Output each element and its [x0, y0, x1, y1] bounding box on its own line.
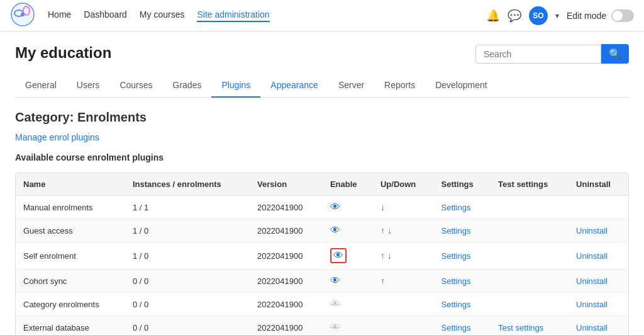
- edit-mode-label: Edit mode: [567, 11, 606, 21]
- nav-dashboard[interactable]: Dashboard: [84, 9, 127, 22]
- chat-icon[interactable]: 💬: [508, 9, 521, 23]
- cell-instances: 1 / 1: [125, 196, 250, 219]
- tab-appearance[interactable]: Appearance: [260, 74, 328, 98]
- uninstall-link[interactable]: Uninstall: [576, 300, 608, 309]
- main-content: My education 🔍 General Users Courses Gra…: [0, 31, 644, 335]
- cell-updown: [373, 316, 434, 336]
- table-row: External database0 / 02022041900👁Setting…: [16, 316, 628, 336]
- settings-link[interactable]: Settings: [441, 300, 471, 309]
- cell-uninstall: Uninstall: [569, 270, 628, 293]
- cell-enable: 👁: [323, 219, 373, 242]
- tab-plugins[interactable]: Plugins: [211, 74, 260, 98]
- tab-development[interactable]: Development: [425, 74, 497, 98]
- cell-test-settings: [491, 242, 569, 270]
- cell-uninstall: Uninstall: [569, 242, 628, 270]
- cell-test-settings: [491, 219, 569, 242]
- col-settings: Settings: [434, 173, 491, 196]
- table-header-row: Name Instances / enrolments Version Enab…: [16, 173, 628, 196]
- cell-instances: 1 / 0: [125, 219, 250, 242]
- cell-test-settings: [491, 196, 569, 219]
- user-dropdown-arrow[interactable]: ▾: [555, 11, 559, 20]
- page-title: My education: [15, 44, 111, 62]
- tab-general[interactable]: General: [15, 74, 67, 98]
- nav-mycourses[interactable]: My courses: [140, 9, 185, 22]
- cell-name: Cohort sync: [16, 270, 125, 293]
- cell-updown: ↑↓: [373, 219, 434, 242]
- cell-version: 2022041900: [250, 242, 323, 270]
- page-header: My education 🔍: [15, 44, 629, 64]
- search-input[interactable]: [475, 45, 601, 64]
- down-arrow-icon[interactable]: ↓: [380, 202, 385, 212]
- manage-enrol-link[interactable]: Manage enrol plugins: [15, 132, 99, 142]
- settings-link[interactable]: Settings: [441, 323, 471, 332]
- enable-eye-icon[interactable]: 👁: [330, 225, 340, 236]
- up-arrow-icon[interactable]: ↑: [380, 225, 385, 236]
- cell-version: 2022041900: [250, 196, 323, 219]
- cell-version: 2022041900: [250, 219, 323, 242]
- cell-uninstall: [569, 196, 628, 219]
- svg-point-3: [21, 13, 25, 16]
- down-arrow-icon[interactable]: ↓: [387, 251, 392, 261]
- category-title: Category: Enrolments: [15, 110, 629, 125]
- edit-mode-toggle[interactable]: [611, 9, 634, 22]
- plugins-table-wrapper: Name Instances / enrolments Version Enab…: [15, 173, 629, 335]
- cell-name: Self enrolment: [16, 242, 125, 270]
- cell-updown: ↑: [373, 270, 434, 293]
- settings-link[interactable]: Settings: [441, 203, 471, 212]
- tab-server[interactable]: Server: [328, 74, 374, 98]
- nav-right: 🔔 💬 SO ▾ Edit mode: [486, 6, 634, 25]
- tab-courses[interactable]: Courses: [109, 74, 162, 98]
- logo: [10, 2, 48, 29]
- cell-version: 2022041900: [250, 316, 323, 336]
- enable-eye-icon[interactable]: 👁: [330, 202, 340, 212]
- cell-settings: Settings: [434, 242, 491, 270]
- enable-eye-icon[interactable]: 👁: [330, 275, 340, 286]
- settings-link[interactable]: Settings: [441, 276, 471, 286]
- table-row: Manual enrolments1 / 12022041900👁↓Settin…: [16, 196, 628, 219]
- cell-uninstall: Uninstall: [569, 219, 628, 242]
- enable-eye-off-icon[interactable]: 👁: [330, 298, 340, 309]
- cell-instances: 0 / 0: [125, 293, 250, 316]
- settings-link[interactable]: Settings: [441, 251, 471, 261]
- bell-icon[interactable]: 🔔: [486, 9, 500, 23]
- cell-instances: 1 / 0: [125, 242, 250, 270]
- down-arrow-icon[interactable]: ↓: [387, 225, 392, 236]
- uninstall-link[interactable]: Uninstall: [576, 323, 608, 332]
- cell-settings: Settings: [434, 196, 491, 219]
- settings-link[interactable]: Settings: [441, 226, 471, 236]
- top-nav: Home Dashboard My courses Site administr…: [0, 0, 644, 31]
- tab-reports[interactable]: Reports: [374, 74, 425, 98]
- uninstall-link[interactable]: Uninstall: [576, 226, 608, 236]
- nav-siteadmin[interactable]: Site administration: [197, 9, 269, 22]
- cell-updown: [373, 293, 434, 316]
- cell-test-settings: [491, 293, 569, 316]
- test-settings-link[interactable]: Test settings: [498, 323, 543, 332]
- enable-eye-boxed-icon[interactable]: 👁: [330, 248, 347, 263]
- cell-name: Category enrolments: [16, 293, 125, 316]
- uninstall-link[interactable]: Uninstall: [576, 251, 608, 261]
- cell-updown: ↓: [373, 196, 434, 219]
- col-instances: Instances / enrolments: [125, 173, 250, 196]
- plugins-table: Name Instances / enrolments Version Enab…: [16, 173, 628, 335]
- nav-home[interactable]: Home: [48, 9, 71, 22]
- uninstall-link[interactable]: Uninstall: [576, 276, 608, 286]
- up-arrow-icon[interactable]: ↑: [380, 251, 385, 261]
- cell-enable: 👁: [323, 242, 373, 270]
- cell-enable: 👁: [323, 316, 373, 336]
- cell-instances: 0 / 0: [125, 316, 250, 336]
- user-avatar[interactable]: SO: [529, 6, 548, 25]
- tab-users[interactable]: Users: [67, 74, 110, 98]
- cell-name: Manual enrolments: [16, 196, 125, 219]
- cell-test-settings: [491, 270, 569, 293]
- cell-uninstall: Uninstall: [569, 316, 628, 336]
- col-testsettings: Test settings: [491, 173, 569, 196]
- cell-version: 2022041900: [250, 293, 323, 316]
- table-row: Category enrolments0 / 02022041900👁Setti…: [16, 293, 628, 316]
- tab-grades[interactable]: Grades: [163, 74, 212, 98]
- cell-settings: Settings: [434, 293, 491, 316]
- search-button[interactable]: 🔍: [601, 44, 629, 64]
- col-name: Name: [16, 173, 125, 196]
- cell-name: External database: [16, 316, 125, 336]
- enable-eye-off-icon[interactable]: 👁: [330, 322, 340, 332]
- up-arrow-icon[interactable]: ↑: [380, 276, 385, 286]
